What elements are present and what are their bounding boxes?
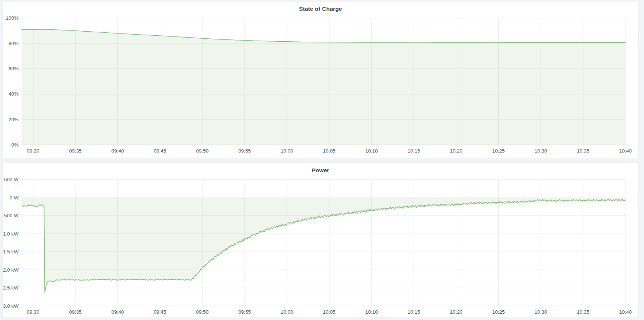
svg-text:60%: 60% <box>9 66 19 71</box>
svg-text:09:30: 09:30 <box>27 309 39 315</box>
svg-text:10:30: 10:30 <box>534 309 547 315</box>
power-chart-plot[interactable]: 500 W0 W-500 W-1.0 kW-1.5 kW-2.0 kW-2.5 … <box>3 163 638 317</box>
svg-text:500 W: 500 W <box>4 177 19 182</box>
x-axis-labels: 09:3009:3509:4009:4509:5009:5510:0010:05… <box>27 148 632 154</box>
svg-text:09:45: 09:45 <box>154 309 166 315</box>
state-of-charge-chart-plot[interactable]: 100%80%60%40%20%0%09:3009:3509:4009:4509… <box>3 2 638 158</box>
svg-text:-500 W: -500 W <box>3 213 19 218</box>
series-area-fill <box>22 29 625 145</box>
svg-text:80%: 80% <box>9 41 19 46</box>
svg-text:-1.0 kW: -1.0 kW <box>3 231 19 237</box>
y-axis-labels: 100%80%60%40%20%0% <box>6 15 19 147</box>
svg-text:10:10: 10:10 <box>365 148 378 154</box>
svg-text:10:30: 10:30 <box>534 148 547 154</box>
svg-text:40%: 40% <box>9 92 19 97</box>
svg-text:09:50: 09:50 <box>196 309 209 315</box>
svg-text:10:25: 10:25 <box>492 309 505 315</box>
svg-text:10:05: 10:05 <box>323 148 336 154</box>
svg-text:10:35: 10:35 <box>577 309 589 315</box>
svg-text:10:10: 10:10 <box>365 309 378 315</box>
svg-text:10:00: 10:00 <box>281 309 293 315</box>
svg-text:-1.5 kW: -1.5 kW <box>3 249 19 255</box>
svg-text:09:40: 09:40 <box>111 148 124 154</box>
svg-text:10:40: 10:40 <box>619 148 632 154</box>
panel-state-of-charge: State of Charge 100%80%60%40%20%0%09:300… <box>3 2 638 158</box>
svg-text:09:55: 09:55 <box>238 309 251 315</box>
x-axis-labels: 09:3009:3509:4009:4509:5009:5510:0010:05… <box>27 309 632 315</box>
y-axis-labels: 500 W0 W-500 W-1.0 kW-1.5 kW-2.0 kW-2.5 … <box>3 177 19 308</box>
dashboard-canvas: { "colors": { "canvas_bg": "#f3f4f7", "p… <box>0 0 644 320</box>
svg-text:10:20: 10:20 <box>450 148 463 154</box>
svg-text:100%: 100% <box>6 15 19 21</box>
svg-text:10:25: 10:25 <box>492 148 505 154</box>
svg-text:10:00: 10:00 <box>281 148 293 154</box>
svg-text:09:35: 09:35 <box>69 148 82 154</box>
svg-text:09:30: 09:30 <box>27 148 39 154</box>
svg-text:09:50: 09:50 <box>196 148 209 154</box>
svg-text:10:15: 10:15 <box>408 309 420 315</box>
svg-text:-2.5 kW: -2.5 kW <box>3 285 19 291</box>
svg-text:09:55: 09:55 <box>238 148 251 154</box>
svg-text:-2.0 kW: -2.0 kW <box>3 267 19 273</box>
svg-text:10:35: 10:35 <box>577 148 589 154</box>
svg-text:09:45: 09:45 <box>154 148 166 154</box>
series-area-fill <box>22 198 625 292</box>
svg-text:0%: 0% <box>11 142 19 148</box>
panel-power: Power 500 W0 W-500 W-1.0 kW-1.5 kW-2.0 k… <box>3 163 638 317</box>
svg-text:10:40: 10:40 <box>619 309 632 315</box>
svg-text:10:15: 10:15 <box>408 148 420 154</box>
svg-text:-3.0 kW: -3.0 kW <box>3 303 19 309</box>
svg-text:10:20: 10:20 <box>450 309 463 315</box>
svg-text:10:05: 10:05 <box>323 309 336 315</box>
svg-text:09:40: 09:40 <box>111 309 124 315</box>
svg-text:09:35: 09:35 <box>69 309 82 315</box>
svg-text:20%: 20% <box>9 117 19 122</box>
svg-text:0 W: 0 W <box>10 195 19 201</box>
